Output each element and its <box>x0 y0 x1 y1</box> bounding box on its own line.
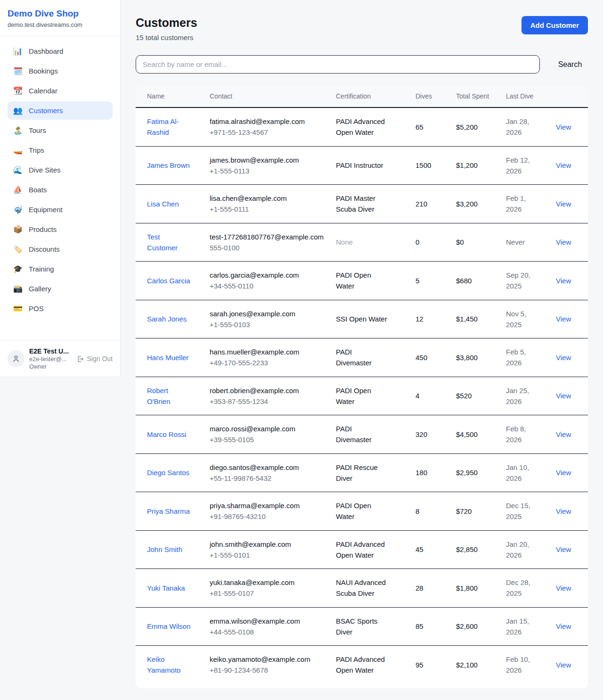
customer-total-spent: $1,800 <box>456 584 478 592</box>
customer-dives: 180 <box>416 469 427 477</box>
view-customer-link[interactable]: View <box>556 584 571 592</box>
customer-name-link[interactable]: Carlos Garcia <box>147 277 190 285</box>
customer-email: sarah.jones@example.com <box>210 308 325 319</box>
view-customer-link[interactable]: View <box>556 161 571 169</box>
add-customer-button[interactable]: Add Customer <box>522 16 588 34</box>
sidebar-item-gallery[interactable]: 📸 Gallery <box>8 280 113 298</box>
view-customer-link[interactable]: View <box>556 545 571 553</box>
bookings-icon: 🗓️ <box>13 66 23 75</box>
customer-name-link[interactable]: Hans Mueller <box>147 354 188 362</box>
user-email: e2e-tester@... <box>29 356 72 362</box>
customer-name-link[interactable]: Keiko Yamamoto <box>147 655 180 674</box>
sidebar-item-pos[interactable]: 💳 POS <box>8 299 113 318</box>
sidebar-item-label: Calendar <box>29 87 57 95</box>
customer-last-dive: Nov 5, 2025 <box>506 308 545 330</box>
sidebar-item-bookings[interactable]: 🗓️ Bookings <box>8 62 113 80</box>
customer-phone: 555-0100 <box>210 242 325 253</box>
view-customer-link[interactable]: View <box>556 661 571 669</box>
sidebar-item-discounts[interactable]: 🏷️ Discounts <box>8 240 113 258</box>
gallery-icon: 📸 <box>13 284 23 293</box>
customer-dives: 28 <box>416 584 424 592</box>
customer-row: Diego Santos diego.santos@example.com +5… <box>136 453 588 492</box>
sidebar-item-tours[interactable]: 🏝️ Tours <box>8 121 113 140</box>
customer-row: Marco Rossi marco.rossi@example.com +39-… <box>136 415 588 454</box>
customer-certification: PADI Instructor <box>336 160 404 171</box>
customer-dives: 4 <box>416 392 419 400</box>
customer-name-link[interactable]: Marco Rossi <box>147 430 186 438</box>
customer-email: fatima.alrashid@example.com <box>210 116 325 127</box>
customer-dives: 85 <box>416 622 424 630</box>
view-customer-link[interactable]: View <box>556 277 571 285</box>
customer-total-spent: $1,200 <box>456 161 478 169</box>
customer-certification: PADI Advanced Open Water <box>336 654 404 676</box>
shop-domain: demo.test.divestreams.com <box>8 21 113 28</box>
sidebar-item-equipment[interactable]: 🤿 Equipment <box>8 200 113 219</box>
sidebar-item-label: Bookings <box>29 67 58 75</box>
view-customer-link[interactable]: View <box>556 430 571 438</box>
customer-certification: PADI Advanced Open Water <box>336 116 404 138</box>
customer-email: john.smith@example.com <box>210 539 325 550</box>
discounts-icon: 🏷️ <box>13 245 23 254</box>
view-customer-link[interactable]: View <box>556 200 571 208</box>
customer-last-dive: Jan 20, 2026 <box>506 539 545 561</box>
customer-phone: +55-11-99876-5432 <box>210 473 325 484</box>
customer-email: carlos.garcia@example.com <box>210 270 325 280</box>
customer-certification: BSAC Sports Diver <box>336 616 404 638</box>
customer-row: Yuki Tanaka yuki.tanaka@example.com +81-… <box>136 569 588 608</box>
customer-last-dive: Never <box>506 237 545 247</box>
sidebar-item-dive-sites[interactable]: 🌊 Dive Sites <box>8 161 113 179</box>
sidebar-item-products[interactable]: 📦 Products <box>8 220 113 239</box>
view-customer-link[interactable]: View <box>556 507 571 515</box>
customer-name-link[interactable]: Sarah Jones <box>147 315 187 323</box>
sign-out-button[interactable]: Sign Out <box>76 355 113 363</box>
customer-name-link[interactable]: James Brown <box>147 161 190 169</box>
sidebar-item-training[interactable]: 🎓 Training <box>8 260 113 278</box>
customer-name-link[interactable]: Priya Sharma <box>147 507 190 515</box>
main-header: Customers 15 total customers Add Custome… <box>136 16 588 41</box>
customer-certification: NAUI Advanced Scuba Diver <box>336 577 404 599</box>
calendar-icon: 📆 <box>13 86 23 95</box>
customer-certification: SSI Open Water <box>336 313 404 324</box>
search-button[interactable]: Search <box>552 58 588 72</box>
sidebar-item-label: POS <box>29 305 44 313</box>
view-customer-link[interactable]: View <box>556 622 571 630</box>
customer-row: Robert O'Brien robert.obrien@example.com… <box>136 377 588 415</box>
page-title: Customers <box>136 16 197 30</box>
customer-name-link[interactable]: Robert O'Brien <box>147 387 171 405</box>
customer-total-spent: $3,200 <box>456 200 478 208</box>
sidebar-item-dashboard[interactable]: 📊 Dashboard <box>8 42 113 60</box>
customer-name-link[interactable]: Yuki Tanaka <box>147 584 185 592</box>
search-input[interactable] <box>136 55 540 74</box>
customer-name-link[interactable]: Diego Santos <box>147 469 189 477</box>
view-customer-link[interactable]: View <box>556 238 571 246</box>
customer-total-spent: $5,200 <box>456 123 478 131</box>
column-header-total-spent: Total Spent <box>450 86 500 107</box>
customer-last-dive: Sep 20, 2025 <box>506 270 545 292</box>
sidebar-item-boats[interactable]: ⛵ Boats <box>8 181 113 199</box>
view-customer-link[interactable]: View <box>556 123 571 131</box>
sidebar-item-customers[interactable]: 👥 Customers <box>8 101 113 120</box>
customer-last-dive: Dec 15, 2025 <box>506 500 545 522</box>
view-customer-link[interactable]: View <box>556 315 571 323</box>
sidebar-item-trips[interactable]: 🚤 Trips <box>8 141 113 159</box>
sidebar-item-label: Products <box>29 225 57 233</box>
customer-name-link[interactable]: Fatima Al-Rashid <box>147 117 179 136</box>
customer-last-dive: Feb 10, 2026 <box>506 654 545 676</box>
view-customer-link[interactable]: View <box>556 469 571 477</box>
customer-phone: +81-555-0107 <box>210 588 325 599</box>
search-row: Search <box>136 55 588 74</box>
sidebar-item-calendar[interactable]: 📆 Calendar <box>8 82 113 100</box>
customer-name-link[interactable]: Emma Wilson <box>147 622 191 630</box>
customer-certification: PADI Divemaster <box>336 346 404 369</box>
customer-name-link[interactable]: Test Customer <box>147 233 178 252</box>
view-customer-link[interactable]: View <box>556 354 571 362</box>
view-customer-link[interactable]: View <box>556 392 571 400</box>
customer-certification: PADI Open Water <box>336 385 404 407</box>
sidebar-item-label: Customers <box>29 107 63 115</box>
customer-name-link[interactable]: Lisa Chen <box>147 200 179 208</box>
customer-name-link[interactable]: John Smith <box>147 545 182 553</box>
customer-dives: 65 <box>416 123 424 131</box>
customer-phone: +1-555-0103 <box>210 319 325 330</box>
customer-last-dive: Feb 12, 2026 <box>506 155 545 177</box>
customer-phone: +39-555-0105 <box>210 434 325 445</box>
